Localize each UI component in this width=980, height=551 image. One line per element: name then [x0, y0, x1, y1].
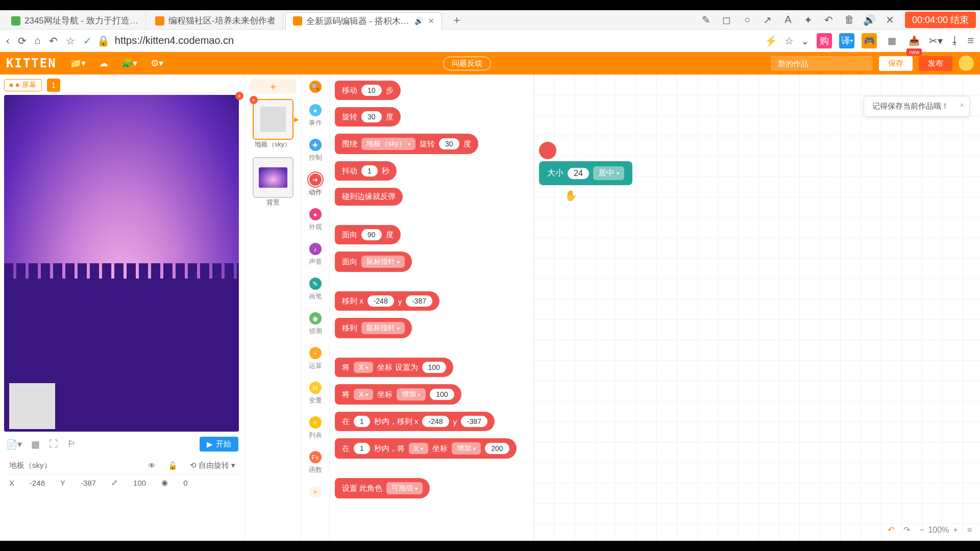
- block-change-coord[interactable]: 将X坐标增加100: [335, 384, 461, 405]
- arrow-icon[interactable]: ↗: [762, 14, 773, 26]
- align-icon[interactable]: ≡: [967, 525, 972, 535]
- block-glide-change[interactable]: 在1秒内，将X坐标增加200: [335, 438, 517, 459]
- undo-icon[interactable]: ↶: [823, 14, 835, 26]
- volume-icon[interactable]: 🔊: [864, 14, 875, 26]
- cat-control[interactable]: ✚控制: [309, 139, 322, 162]
- star-button[interactable]: ☆: [66, 35, 75, 47]
- cat-looks[interactable]: ●外观: [309, 208, 322, 232]
- block-set-draggable[interactable]: 设置 此角色可拖动: [335, 478, 430, 498]
- browser-tab-2[interactable]: 编程猫社区-培养未来创作者: [148, 12, 283, 30]
- block-goto-mouse[interactable]: 移到鼠标指针: [335, 318, 412, 338]
- game-icon[interactable]: 🎮: [862, 33, 877, 48]
- cat-lists[interactable]: ≡列表: [309, 416, 322, 440]
- cat-search[interactable]: 🔍: [309, 81, 322, 93]
- translate-icon[interactable]: 译▾: [839, 33, 854, 48]
- cloud-icon[interactable]: ☁: [99, 58, 108, 69]
- fullscreen-icon[interactable]: ⛶: [49, 439, 58, 449]
- text-icon[interactable]: A: [782, 14, 794, 26]
- cat-add[interactable]: ＋: [309, 486, 322, 498]
- redo-icon[interactable]: ↷: [903, 525, 910, 535]
- cat-vars[interactable]: N变量: [309, 382, 322, 405]
- undo-nav-button[interactable]: ↶: [49, 35, 58, 47]
- block-bounce[interactable]: 碰到边缘就反弹: [335, 188, 403, 206]
- chevron-right-icon[interactable]: ▶: [294, 116, 299, 123]
- rotation-mode[interactable]: ⟲ 自由旋转 ▾: [190, 461, 235, 470]
- screen-number[interactable]: 1: [47, 79, 60, 92]
- download-arrow-icon[interactable]: ⭳: [950, 35, 960, 46]
- block-glide-xy[interactable]: 在1秒内，移到 x-248y-387: [335, 412, 495, 431]
- sprite-name-field[interactable]: 地板（sky）: [9, 461, 136, 470]
- visibility-icon[interactable]: 👁: [148, 461, 156, 470]
- block-shake[interactable]: 抖动1秒: [335, 161, 397, 181]
- back-button[interactable]: ‹: [6, 35, 10, 46]
- feedback-button[interactable]: 问题反馈: [443, 57, 491, 70]
- browser-tab-1[interactable]: 2345网址导航 - 致力于打造…: [4, 12, 146, 30]
- stop-icon[interactable]: ◻: [721, 14, 732, 26]
- script-canvas[interactable]: 大小 24 居中 ✋ ↶ ↷ − 100% + ≡: [534, 74, 980, 541]
- screen-toggle[interactable]: 屏幕: [4, 79, 42, 91]
- cat-sound[interactable]: ♪声音: [309, 243, 322, 266]
- zoom-out-icon[interactable]: −: [919, 525, 924, 535]
- save-button[interactable]: 保存: [879, 56, 913, 71]
- scissors-icon[interactable]: ✂▾: [929, 35, 943, 47]
- sprite-thumb-bg[interactable]: 背景: [253, 157, 293, 198]
- trash-icon[interactable]: 🗑: [844, 14, 855, 26]
- flag-icon[interactable]: 🏳: [67, 439, 77, 449]
- block-orbit[interactable]: 围绕地板（sky）旋转30度: [335, 134, 478, 154]
- menu-icon[interactable]: ≡: [967, 34, 974, 47]
- block-goto-xy[interactable]: 移到 x-248y-387: [335, 291, 439, 311]
- sprite-thumb-1[interactable]: × ▶ 地板（sky）: [253, 99, 293, 140]
- block-face-mouse[interactable]: 面向鼠标指针: [335, 252, 412, 272]
- project-name-input[interactable]: [771, 56, 873, 71]
- puzzle-icon[interactable]: 🧩▾: [121, 58, 137, 69]
- cat-funcs[interactable]: Fx函数: [309, 451, 322, 474]
- canvas-block-size[interactable]: 大小 24 居中: [539, 161, 632, 185]
- size-value[interactable]: 100: [133, 479, 146, 487]
- undo-icon[interactable]: ↶: [888, 525, 894, 535]
- browser-tab-3[interactable]: 全新源码编辑器 - 搭积木… 🔊 ✕: [285, 12, 442, 30]
- block-move[interactable]: 移动10步: [335, 81, 401, 100]
- recording-timer[interactable]: 00:04:00 结束: [905, 12, 976, 28]
- url-field[interactable]: ✓ 🔒 https://kitten4.codemao.cn: [83, 35, 756, 47]
- file-menu-icon[interactable]: 📁▾: [70, 58, 86, 69]
- edit-icon[interactable]: ✎: [701, 14, 712, 26]
- delete-sprite-icon[interactable]: ×: [250, 96, 258, 104]
- close-icon[interactable]: ✕: [885, 14, 896, 26]
- new-tab-button[interactable]: ＋: [444, 12, 470, 28]
- wand-icon[interactable]: ✦: [803, 14, 814, 26]
- add-sprite-button[interactable]: ＋: [250, 79, 296, 94]
- close-tab-icon[interactable]: ✕: [428, 17, 434, 25]
- y-value[interactable]: -387: [81, 479, 96, 487]
- gear-icon[interactable]: ⚙▾: [151, 58, 163, 69]
- shopping-icon[interactable]: 购: [817, 33, 832, 48]
- x-value[interactable]: -248: [30, 479, 45, 487]
- new-page-icon[interactable]: 📄▾: [6, 439, 22, 450]
- bookmark-icon[interactable]: ☆: [785, 35, 794, 47]
- speaker-icon[interactable]: 🔊: [414, 17, 423, 25]
- zoom-in-icon[interactable]: +: [953, 525, 958, 535]
- cat-pen[interactable]: ✎画笔: [309, 278, 322, 301]
- start-button[interactable]: ▶ 开始: [200, 437, 238, 452]
- cat-events[interactable]: ●事件: [309, 104, 322, 128]
- block-rotate[interactable]: 旋转30度: [335, 107, 401, 127]
- flash-icon[interactable]: ⚡: [765, 35, 777, 47]
- chevron-down-icon[interactable]: ⌄: [801, 35, 810, 47]
- cat-sensing[interactable]: ◉侦测: [309, 312, 322, 336]
- stage-sprite[interactable]: [9, 383, 55, 429]
- refresh-button[interactable]: ⟳: [18, 35, 27, 47]
- stage-canvas[interactable]: [4, 95, 239, 432]
- record-icon[interactable]: ○: [742, 14, 753, 26]
- cat-ops[interactable]: ÷运算: [309, 347, 322, 370]
- download-icon[interactable]: 📥new: [906, 33, 922, 48]
- publish-button[interactable]: 发布: [919, 56, 952, 71]
- stage-close-icon[interactable]: ×: [235, 92, 243, 100]
- apps-icon[interactable]: ▦: [884, 33, 899, 48]
- close-toast-icon[interactable]: ×: [960, 101, 964, 109]
- lock-icon[interactable]: 🔓: [168, 461, 178, 470]
- home-button[interactable]: ⌂: [35, 35, 41, 46]
- avatar[interactable]: [959, 56, 974, 71]
- block-face-deg[interactable]: 面向90度: [335, 225, 401, 244]
- direction-value[interactable]: 0: [183, 479, 187, 487]
- grid-icon[interactable]: ▦: [31, 439, 40, 450]
- blocks-palette[interactable]: 移动10步 旋转30度 围绕地板（sky）旋转30度 抖动1秒 碰到边缘就反弹 …: [330, 74, 534, 541]
